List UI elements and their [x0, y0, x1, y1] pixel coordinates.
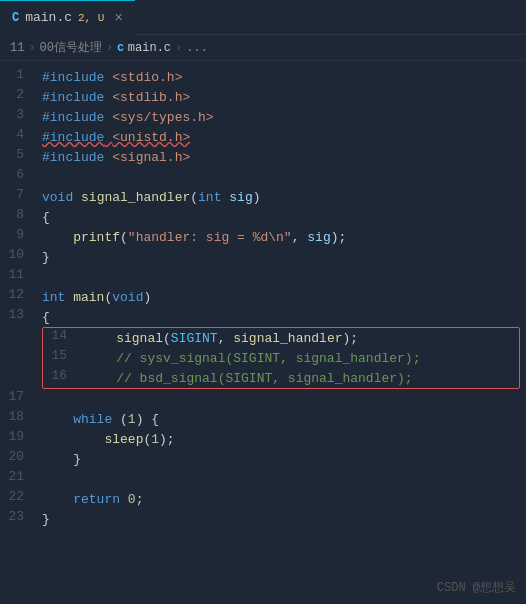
- line-number: 10: [0, 247, 38, 267]
- line-content: void signal_handler(int sig): [38, 187, 526, 207]
- breadcrumb: 11 › 00信号处理 › C main.c › ...: [0, 35, 526, 61]
- code-line: 22 return 0;: [0, 489, 526, 509]
- line-content: #include <stdlib.h>: [38, 87, 526, 107]
- line-content: [38, 267, 526, 287]
- bc-sep3: ›: [175, 41, 182, 55]
- line-content: #include <signal.h>: [38, 147, 526, 167]
- line-number: 6: [0, 167, 38, 187]
- code-line: 21: [0, 469, 526, 489]
- line-content: }: [38, 247, 526, 267]
- tab-lang: C: [12, 11, 19, 25]
- code-line: 12int main(void): [0, 287, 526, 307]
- highlighted-code-box: 14 signal(SIGINT, signal_handler);15 // …: [42, 327, 520, 389]
- code-line: 14 signal(SIGINT, signal_handler);: [43, 328, 519, 348]
- line-number: 20: [0, 449, 38, 469]
- bc-number: 11: [10, 41, 24, 55]
- line-number: 2: [0, 87, 38, 107]
- tab-badges: 2, U: [78, 12, 104, 24]
- bc-ellipsis: ...: [186, 41, 208, 55]
- code-line: 3#include <sys/types.h>: [0, 107, 526, 127]
- line-number: 14: [43, 328, 81, 348]
- tab-bar: C main.c 2, U ×: [0, 0, 526, 35]
- code-line: 8{: [0, 207, 526, 227]
- code-editor: 1#include <stdio.h>2#include <stdlib.h>3…: [0, 61, 526, 535]
- line-content: signal(SIGINT, signal_handler);: [81, 328, 519, 348]
- line-number: 15: [43, 348, 81, 368]
- code-line: 9 printf("handler: sig = %d\n", sig);: [0, 227, 526, 247]
- line-content: // sysv_signal(SIGINT, signal_handler);: [81, 348, 519, 368]
- line-number: 18: [0, 409, 38, 429]
- line-number: 12: [0, 287, 38, 307]
- line-content: }: [38, 509, 526, 529]
- line-number: 23: [0, 509, 38, 529]
- line-content: #include <stdio.h>: [38, 67, 526, 87]
- line-number: 1: [0, 67, 38, 87]
- code-line: 16 // bsd_signal(SIGINT, signal_handler)…: [43, 368, 519, 388]
- line-number: 5: [0, 147, 38, 167]
- code-line: 19 sleep(1);: [0, 429, 526, 449]
- tab-close-button[interactable]: ×: [114, 10, 122, 26]
- code-line: 17: [0, 389, 526, 409]
- line-number: 4: [0, 127, 38, 147]
- line-number: 3: [0, 107, 38, 127]
- line-content: sleep(1);: [38, 429, 526, 449]
- line-content: {: [38, 307, 526, 327]
- bc-sep1: ›: [28, 41, 35, 55]
- line-content: int main(void): [38, 287, 526, 307]
- line-content: }: [38, 449, 526, 469]
- code-line: 2#include <stdlib.h>: [0, 87, 526, 107]
- code-line: 15 // sysv_signal(SIGINT, signal_handler…: [43, 348, 519, 368]
- line-content: [38, 389, 526, 409]
- watermark: CSDN @想想吴: [437, 579, 516, 596]
- line-number: 9: [0, 227, 38, 247]
- code-line: 11: [0, 267, 526, 287]
- line-number: 7: [0, 187, 38, 207]
- line-number: 19: [0, 429, 38, 449]
- code-line: 1#include <stdio.h>: [0, 67, 526, 87]
- tab-main-c[interactable]: C main.c 2, U ×: [0, 0, 135, 35]
- line-content: [38, 469, 526, 489]
- line-number: 17: [0, 389, 38, 409]
- line-content: #include <unistd.h>: [38, 127, 526, 147]
- tab-filename: main.c: [25, 10, 72, 25]
- bc-lang: C: [117, 42, 124, 54]
- line-content: printf("handler: sig = %d\n", sig);: [38, 227, 526, 247]
- line-content: // bsd_signal(SIGINT, signal_handler);: [81, 368, 519, 388]
- line-content: return 0;: [38, 489, 526, 509]
- line-number: 16: [43, 368, 81, 388]
- code-line: 20 }: [0, 449, 526, 469]
- line-content: #include <sys/types.h>: [38, 107, 526, 127]
- line-content: {: [38, 207, 526, 227]
- code-line: 7void signal_handler(int sig): [0, 187, 526, 207]
- code-line: 23}: [0, 509, 526, 529]
- line-content: while (1) {: [38, 409, 526, 429]
- bc-folder: 00信号处理: [40, 39, 102, 56]
- bc-file: main.c: [128, 41, 171, 55]
- code-line: 5#include <signal.h>: [0, 147, 526, 167]
- line-number: 13: [0, 307, 38, 327]
- line-number: 22: [0, 489, 38, 509]
- bc-sep2: ›: [106, 41, 113, 55]
- code-line: 18 while (1) {: [0, 409, 526, 429]
- code-line: 13{: [0, 307, 526, 327]
- code-line: 4#include <unistd.h>: [0, 127, 526, 147]
- code-line: 10}: [0, 247, 526, 267]
- line-number: 8: [0, 207, 38, 227]
- line-number: 11: [0, 267, 38, 287]
- line-number: 21: [0, 469, 38, 489]
- code-line: 6: [0, 167, 526, 187]
- line-content: [38, 167, 526, 187]
